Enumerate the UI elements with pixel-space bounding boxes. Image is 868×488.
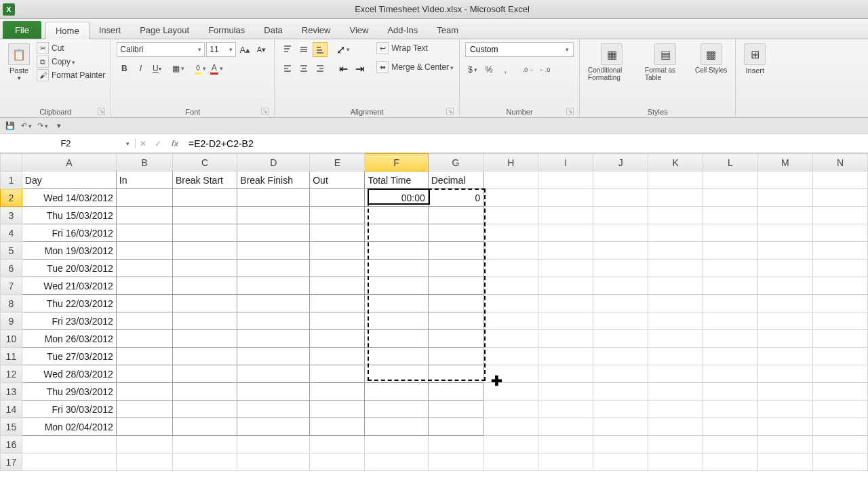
number-format-combo[interactable]: Custom▾ — [465, 42, 574, 57]
cell-M13[interactable] — [757, 383, 812, 401]
cell-H4[interactable] — [484, 224, 538, 242]
cell-G5[interactable] — [428, 242, 484, 260]
cell-B17[interactable] — [116, 453, 172, 471]
cell-H8[interactable] — [484, 295, 538, 312]
wrap-text-button[interactable]: ↩Wrap Text — [376, 42, 454, 54]
col-header-D[interactable]: D — [237, 154, 310, 171]
worksheet-grid[interactable]: A B C D E F G H I J K L M N 1DayInBreak … — [0, 153, 868, 471]
row-header-1[interactable]: 1 — [1, 171, 22, 189]
cell-K6[interactable] — [648, 260, 703, 277]
paste-button[interactable]: 📋 Paste ▾ — [5, 42, 33, 83]
cell-D4[interactable] — [237, 224, 310, 242]
clipboard-dialog-launcher[interactable]: ↘ — [98, 108, 105, 115]
cell-K10[interactable] — [648, 330, 703, 348]
copy-button[interactable]: ⧉Copy — [37, 56, 105, 68]
cell-C9[interactable] — [172, 312, 237, 330]
cell-A6[interactable]: Tue 20/03/2012 — [22, 260, 116, 277]
bold-button[interactable]: B — [117, 61, 132, 76]
cell-J12[interactable] — [593, 365, 648, 383]
cell-F10[interactable] — [365, 330, 428, 348]
cell-A13[interactable]: Thu 29/03/2012 — [22, 383, 116, 401]
cell-E9[interactable] — [310, 312, 365, 330]
cell-I13[interactable] — [538, 383, 593, 401]
cell-L13[interactable] — [703, 383, 758, 401]
cell-G8[interactable] — [428, 295, 484, 312]
cell-B2[interactable] — [116, 189, 172, 207]
cell-L4[interactable] — [703, 224, 758, 242]
cell-F11[interactable] — [365, 348, 428, 365]
cell-D8[interactable] — [237, 295, 310, 312]
cell-C4[interactable] — [172, 224, 237, 242]
cell-A14[interactable]: Fri 30/03/2012 — [22, 401, 116, 418]
col-header-M[interactable]: M — [757, 154, 812, 171]
cell-B15[interactable] — [116, 418, 172, 436]
accounting-format-button[interactable]: $ — [465, 62, 480, 77]
cell-G15[interactable] — [428, 418, 484, 436]
percent-format-button[interactable]: % — [481, 62, 496, 77]
cell-I16[interactable] — [538, 436, 593, 453]
cell-I7[interactable] — [538, 277, 593, 295]
row-header-12[interactable]: 12 — [1, 365, 22, 383]
cell-C3[interactable] — [172, 207, 237, 224]
enter-formula-button[interactable]: ✓ — [151, 136, 165, 151]
cell-D3[interactable] — [237, 207, 310, 224]
cell-G6[interactable] — [428, 260, 484, 277]
cell-L5[interactable] — [703, 242, 758, 260]
cell-I11[interactable] — [538, 348, 593, 365]
cell-B3[interactable] — [116, 207, 172, 224]
cell-I8[interactable] — [538, 295, 593, 312]
cell-M3[interactable] — [757, 207, 812, 224]
cell-G7[interactable] — [428, 277, 484, 295]
row-header-3[interactable]: 3 — [1, 207, 22, 224]
col-header-J[interactable]: J — [593, 154, 648, 171]
cell-F16[interactable] — [365, 436, 428, 453]
cell-G4[interactable] — [428, 224, 484, 242]
cell-M14[interactable] — [757, 401, 812, 418]
cell-M17[interactable] — [757, 453, 812, 471]
cell-E4[interactable] — [310, 224, 365, 242]
cell-N17[interactable] — [812, 453, 867, 471]
cell-M4[interactable] — [757, 224, 812, 242]
cell-E7[interactable] — [310, 277, 365, 295]
align-left-button[interactable] — [280, 61, 295, 76]
row-header-10[interactable]: 10 — [1, 330, 22, 348]
cell-B9[interactable] — [116, 312, 172, 330]
cell-B5[interactable] — [116, 242, 172, 260]
font-dialog-launcher[interactable]: ↘ — [261, 108, 269, 115]
cell-N12[interactable] — [812, 365, 867, 383]
cell-M5[interactable] — [757, 242, 812, 260]
row-header-2[interactable]: 2 — [1, 189, 22, 207]
cell-A1[interactable]: Day — [22, 171, 116, 189]
tab-review[interactable]: Review — [292, 21, 340, 39]
cell-H14[interactable] — [484, 401, 538, 418]
cell-K7[interactable] — [648, 277, 703, 295]
row-header-15[interactable]: 15 — [1, 418, 22, 436]
tab-data[interactable]: Data — [254, 21, 292, 39]
tab-file[interactable]: File — [3, 21, 41, 39]
cell-L12[interactable] — [703, 365, 758, 383]
cell-N1[interactable] — [812, 171, 867, 189]
cell-H3[interactable] — [484, 207, 538, 224]
cell-C7[interactable] — [172, 277, 237, 295]
cell-I17[interactable] — [538, 453, 593, 471]
cell-I15[interactable] — [538, 418, 593, 436]
cell-B6[interactable] — [116, 260, 172, 277]
row-header-14[interactable]: 14 — [1, 401, 22, 418]
cell-K1[interactable] — [648, 171, 703, 189]
cell-C15[interactable] — [172, 418, 237, 436]
cell-K4[interactable] — [648, 224, 703, 242]
tab-view[interactable]: View — [340, 21, 378, 39]
cell-L1[interactable] — [703, 171, 758, 189]
cell-G2[interactable]: 0 — [428, 189, 484, 207]
cell-K14[interactable] — [648, 401, 703, 418]
cell-A12[interactable]: Wed 28/03/2012 — [22, 365, 116, 383]
cell-J15[interactable] — [593, 418, 648, 436]
cell-M1[interactable] — [757, 171, 812, 189]
merge-center-button[interactable]: ⬌Merge & Center — [376, 61, 454, 73]
cell-J1[interactable] — [593, 171, 648, 189]
qat-customize[interactable]: ▾ — [53, 120, 65, 132]
cell-G9[interactable] — [428, 312, 484, 330]
cell-J2[interactable] — [593, 189, 648, 207]
cell-B13[interactable] — [116, 383, 172, 401]
column-headers[interactable]: A B C D E F G H I J K L M N — [1, 154, 868, 171]
